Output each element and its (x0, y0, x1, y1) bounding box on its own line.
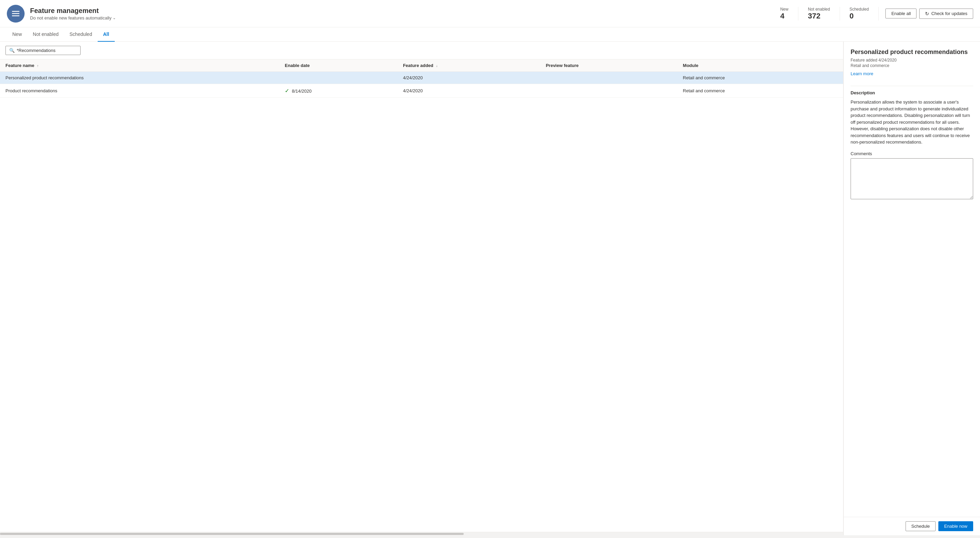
tab-scheduled[interactable]: Scheduled (64, 27, 98, 42)
table-row[interactable]: Personalized product recommendations 4/2… (0, 72, 843, 84)
tab-new[interactable]: New (7, 27, 27, 42)
col-feature-added[interactable]: Feature added ↓ (398, 59, 540, 72)
page-title: Feature management (30, 7, 780, 15)
tab-all[interactable]: All (98, 27, 115, 42)
sort-desc-icon: ↓ (436, 64, 438, 68)
cell-feature-added: 4/24/2020 (398, 84, 540, 98)
features-table: Feature name ↑ Enable date Feature added… (0, 59, 843, 98)
search-icon: 🔍 (9, 48, 15, 53)
logo-icon (11, 9, 21, 18)
enable-now-button[interactable]: Enable now (938, 521, 973, 531)
detail-divider (851, 86, 973, 86)
stat-not-enabled-value: 372 (808, 12, 821, 21)
detail-description: Personalization allows the system to ass… (851, 99, 973, 145)
detail-module: Retail and commerce (851, 63, 973, 68)
stat-not-enabled: Not enabled 372 (798, 7, 840, 21)
app-logo (7, 5, 25, 22)
left-panel: 🔍 Feature name ↑ Enable date (0, 42, 843, 535)
detail-content: Personalized product recommendations Fea… (844, 42, 980, 517)
header-actions: Enable all ↻ Check for updates (885, 8, 973, 19)
detail-feature-added: Feature added 4/24/2020 (851, 58, 973, 62)
stat-new-label: New (780, 7, 788, 12)
cell-module: Retail and commerce (678, 72, 843, 84)
search-input-wrap[interactable]: 🔍 (5, 46, 81, 55)
subtitle-chevron-icon[interactable]: ⌄ (113, 16, 116, 20)
page-subtitle[interactable]: Do not enable new features automatically… (30, 15, 780, 21)
stat-scheduled-label: Scheduled (850, 7, 869, 12)
cell-feature-added: 4/24/2020 (398, 72, 540, 84)
comments-label: Comments (851, 151, 973, 156)
cell-feature-name: Product recommendations (0, 84, 279, 98)
schedule-label: Schedule (912, 524, 930, 529)
sort-asc-icon: ↑ (37, 64, 38, 68)
cell-module: Retail and commerce (678, 84, 843, 98)
col-preview-feature[interactable]: Preview feature (540, 59, 677, 72)
tab-not-enabled[interactable]: Not enabled (27, 27, 64, 42)
cell-enable-date: ✓ 8/14/2020 (279, 84, 398, 98)
horizontal-scrollbar[interactable] (0, 532, 843, 535)
comments-textarea[interactable] (851, 158, 973, 199)
stat-not-enabled-label: Not enabled (808, 7, 830, 12)
stat-new: New 4 (780, 7, 798, 21)
enable-all-label: Enable all (891, 11, 911, 16)
schedule-button[interactable]: Schedule (905, 521, 935, 531)
table-row[interactable]: Product recommendations ✓ 8/14/2020 4/24… (0, 84, 843, 98)
subtitle-text: Do not enable new features automatically (30, 15, 111, 21)
right-panel: Personalized product recommendations Fea… (843, 42, 980, 535)
check-updates-button[interactable]: ↻ Check for updates (919, 8, 973, 19)
cell-preview-feature (540, 72, 677, 84)
scroll-thumb[interactable] (0, 533, 464, 535)
svg-rect-2 (12, 15, 19, 16)
description-title: Description (851, 90, 973, 95)
search-input[interactable] (17, 48, 77, 53)
table-body: Personalized product recommendations 4/2… (0, 72, 843, 98)
table-header: Feature name ↑ Enable date Feature added… (0, 59, 843, 72)
cell-feature-name: Personalized product recommendations (0, 72, 279, 84)
refresh-icon: ↻ (925, 11, 929, 16)
col-enable-date[interactable]: Enable date (279, 59, 398, 72)
header-stats: New 4 Not enabled 372 Scheduled 0 (780, 7, 878, 21)
stat-scheduled: Scheduled 0 (840, 7, 879, 21)
stat-new-value: 4 (780, 12, 784, 21)
title-text: Feature management (30, 7, 99, 15)
check-updates-label: Check for updates (931, 11, 967, 16)
header-title-block: Feature management Do not enable new fea… (30, 7, 780, 21)
enable-all-button[interactable]: Enable all (885, 8, 916, 18)
col-module[interactable]: Module (678, 59, 843, 72)
tab-bar: New Not enabled Scheduled All (0, 27, 980, 42)
enabled-checkmark-icon: ✓ (285, 88, 289, 94)
enable-now-label: Enable now (944, 524, 967, 529)
main-content: 🔍 Feature name ↑ Enable date (0, 42, 980, 535)
search-bar: 🔍 (0, 42, 843, 59)
page-header: Feature management Do not enable new fea… (0, 0, 980, 27)
features-table-wrap: Feature name ↑ Enable date Feature added… (0, 59, 843, 532)
stat-scheduled-value: 0 (850, 12, 854, 21)
detail-footer: Schedule Enable now (844, 517, 980, 535)
learn-more-link[interactable]: Learn more (851, 71, 873, 76)
detail-title: Personalized product recommendations (851, 48, 973, 56)
cell-enable-date (279, 72, 398, 84)
svg-rect-1 (12, 13, 19, 14)
svg-rect-0 (12, 11, 19, 12)
col-feature-name[interactable]: Feature name ↑ (0, 59, 279, 72)
cell-preview-feature (540, 84, 677, 98)
